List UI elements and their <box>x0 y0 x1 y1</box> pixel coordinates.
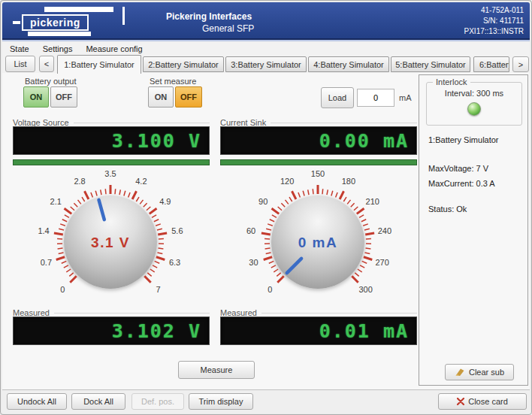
svg-text:90: 90 <box>258 197 268 206</box>
next-tab-button[interactable]: > <box>512 56 529 72</box>
max-voltage-text: MaxVoltage: 7 V <box>428 164 488 173</box>
svg-text:210: 210 <box>366 197 379 206</box>
svg-text:4.9: 4.9 <box>159 197 171 206</box>
interlock-led-icon <box>467 102 481 116</box>
header: pickering Pickering Interfaces General S… <box>2 2 530 40</box>
visa-resource: PXI17::13::INSTR <box>464 26 524 37</box>
undock-all-button[interactable]: Undock All <box>7 393 67 410</box>
pickering-logo: pickering <box>13 6 148 36</box>
svg-text:120: 120 <box>280 177 294 186</box>
serial-number: S/N: 411711 <box>464 16 524 26</box>
general-sfp-window: pickering Pickering Interfaces General S… <box>0 0 532 415</box>
set-measure-on-button[interactable]: ON <box>148 86 174 108</box>
menu-item-state[interactable]: State <box>10 44 29 53</box>
logo-wordmark: pickering <box>22 14 89 31</box>
max-current-text: MaxCurrent: 0.3 A <box>428 179 495 188</box>
tab-battery-simulator-3[interactable]: 3:Battery Simulator <box>225 56 307 72</box>
svg-text:30: 30 <box>249 258 258 267</box>
svg-text:0.7: 0.7 <box>41 258 52 267</box>
svg-text:4.2: 4.2 <box>135 177 147 186</box>
list-button[interactable]: List <box>5 56 35 72</box>
prev-tab-button[interactable]: < <box>39 56 54 72</box>
current-display: 0.00 mA <box>220 126 417 155</box>
svg-text:2.1: 2.1 <box>50 197 62 206</box>
svg-text:5.6: 5.6 <box>171 226 183 235</box>
header-accent-line <box>2 40 530 41</box>
interlock-interval: Interval: 300 ms <box>427 89 521 98</box>
battery-output-on-button[interactable]: ON <box>23 86 49 108</box>
app-subtitle: General SFP <box>202 23 254 34</box>
current-knob[interactable]: 03060901201501802102402703000 mA <box>228 168 408 316</box>
battery-output-off-button[interactable]: OFF <box>50 86 77 108</box>
svg-text:60: 60 <box>246 226 255 235</box>
clear-sub-icon <box>455 368 465 377</box>
svg-text:3.5: 3.5 <box>104 169 116 178</box>
close-card-button[interactable]: Close card <box>438 393 527 410</box>
svg-text:6.3: 6.3 <box>169 258 180 267</box>
current-knob-ball[interactable] <box>271 195 364 289</box>
voltage-knob-ball[interactable] <box>64 195 157 289</box>
load-button[interactable]: Load <box>321 87 354 108</box>
voltage-measured-display: 3.102 V <box>13 317 210 345</box>
menu-item-settings[interactable]: Settings <box>43 44 73 53</box>
tab-battery-simulator-6[interactable]: 6:Battery Simulator <box>473 56 509 72</box>
interlock-group: Interlock Interval: 300 ms <box>426 82 522 126</box>
card-info: 41-752A-011 S/N: 411711 PXI17::13::INSTR <box>464 5 524 37</box>
svg-text:300: 300 <box>358 285 372 294</box>
svg-text:0: 0 <box>60 285 65 294</box>
measure-button[interactable]: Measure <box>178 361 255 379</box>
voltage-knob[interactable]: 00.71.42.12.83.54.24.95.66.373.1 V <box>20 168 201 316</box>
tab-battery-simulator-2[interactable]: 2:Battery Simulator <box>143 56 224 72</box>
current-slider[interactable] <box>220 159 417 165</box>
voltage-display: 3.100 V <box>13 126 210 155</box>
logo-bracket <box>113 7 125 25</box>
side-panel: Interlock Interval: 300 ms 1:Battery Sim… <box>419 74 528 386</box>
trim-display-button[interactable]: Trim display <box>189 393 253 410</box>
tab-battery-simulator-4[interactable]: 4:Battery Simulator <box>308 56 389 72</box>
load-unit-label: mA <box>399 93 412 102</box>
load-input[interactable] <box>357 89 394 107</box>
svg-text:1.4: 1.4 <box>38 226 49 235</box>
clear-sub-button[interactable]: Clear sub <box>445 364 514 380</box>
svg-text:0: 0 <box>268 285 272 294</box>
brand-text: pickering <box>30 17 80 29</box>
logo-bar <box>44 7 113 12</box>
status-text: Status: Ok <box>428 204 467 214</box>
svg-text:2.8: 2.8 <box>74 177 85 186</box>
model-number: 41-752A-011 <box>464 5 524 16</box>
bottom-bar: Undock All Dock All Def. pos. Trim displ… <box>2 389 530 413</box>
logo-dash <box>13 21 20 24</box>
def-pos-button[interactable]: Def. pos. <box>131 393 184 410</box>
current-measured-display: 0.01 mA <box>220 317 417 345</box>
menu-item-measure-config[interactable]: Measure config <box>86 44 142 53</box>
interlock-legend: Interlock <box>433 77 470 86</box>
svg-text:7: 7 <box>156 285 161 294</box>
battery-output-label: Battery output <box>25 77 77 86</box>
svg-text:150: 150 <box>311 169 325 178</box>
menu-bar: State Settings Measure config <box>2 42 530 55</box>
set-measure-label: Set measure <box>150 77 196 86</box>
voltage-slider[interactable] <box>13 159 210 165</box>
dock-all-button[interactable]: Dock All <box>71 393 125 410</box>
logo-bar <box>28 32 91 36</box>
tab-battery-simulator-1[interactable]: 1:Battery Simulator <box>57 55 141 74</box>
set-measure-off-button[interactable]: OFF <box>175 86 202 108</box>
card-name: 1:Battery Simulator <box>428 135 499 144</box>
svg-text:270: 270 <box>375 258 388 267</box>
tab-strip: List < 1:Battery Simulator 2:Battery Sim… <box>2 55 530 73</box>
svg-text:240: 240 <box>378 226 391 235</box>
close-icon <box>457 398 464 405</box>
tab-battery-simulator-5[interactable]: 5:Battery Simulator <box>391 56 470 72</box>
app-title: Pickering Interfaces <box>166 11 252 22</box>
svg-text:180: 180 <box>342 177 355 186</box>
